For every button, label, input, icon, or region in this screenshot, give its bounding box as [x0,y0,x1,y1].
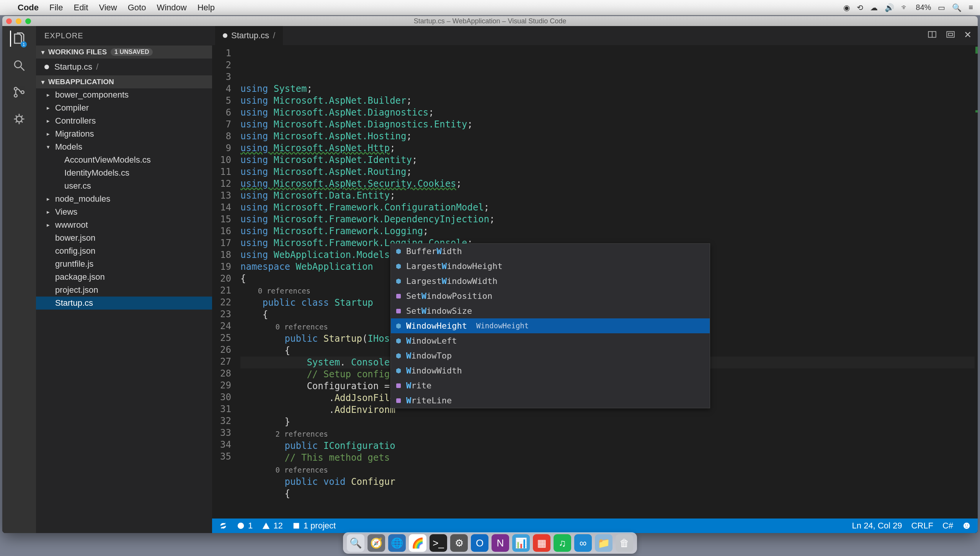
status-feedback-icon[interactable] [962,522,971,530]
dock-app-icon[interactable]: >_ [430,534,447,552]
autocomplete-item[interactable]: WindowWidth [391,363,710,378]
window-titlebar[interactable]: Startup.cs – WebApplication – Visual Stu… [2,16,978,26]
code-line[interactable]: using Microsoft.AspNet.Hosting; [240,130,978,142]
tree-file[interactable]: config.json [36,245,212,258]
dock-app-icon[interactable]: O [471,534,488,552]
close-window-button[interactable] [6,18,12,24]
dock-app-icon[interactable]: 🔍 [347,534,364,552]
status-sync[interactable] [219,522,227,530]
tree-file[interactable]: Startup.cs [36,297,212,310]
tree-file[interactable]: user.cs [36,179,212,192]
tree-file[interactable]: AccountViewModels.cs [36,153,212,166]
autocomplete-item[interactable]: SetWindowPosition [391,289,710,303]
code-line[interactable]: using Microsoft.AspNet.Diagnostics.Entit… [240,119,978,130]
status-cursor-position[interactable]: Ln 24, Col 29 [852,521,902,531]
zoom-window-button[interactable] [25,18,31,24]
dock-app-icon[interactable]: 🗑 [616,534,633,552]
git-activity-icon[interactable] [11,84,27,100]
tree-file[interactable]: gruntfile.js [36,258,212,271]
search-activity-icon[interactable] [11,57,27,73]
dock-app-icon[interactable]: 🌈 [409,534,426,552]
tree-file[interactable]: IdentityModels.cs [36,166,212,179]
spotlight-icon[interactable]: 🔍 [952,3,962,12]
tree-file[interactable]: bower.json [36,232,212,245]
tree-folder[interactable]: ▸Controllers [36,114,212,127]
code-line[interactable]: using Microsoft.AspNet.Security.Cookies; [240,178,978,190]
dock-app-icon[interactable]: 📁 [595,534,612,552]
dock-app-icon[interactable]: ⚙ [450,534,468,552]
autocomplete-item[interactable]: WindowLeft [391,333,710,348]
project-header[interactable]: ▾ WEBAPPLICATION [36,75,212,88]
dock-app-icon[interactable]: ♫ [554,534,571,552]
menu-window[interactable]: Window [157,3,186,13]
code-content[interactable]: using System; using Microsoft.AspNet.Bui… [236,45,978,518]
code-line[interactable]: public void Configur [240,476,978,488]
minimize-window-button[interactable] [16,18,21,24]
tree-folder[interactable]: ▸Views [36,205,212,218]
menu-edit[interactable]: Edit [74,3,88,13]
status-projects[interactable]: 1 project [292,521,336,531]
code-line[interactable]: { [240,488,978,500]
autocomplete-item[interactable]: WindowTop [391,348,710,363]
autocomplete-item[interactable]: BufferWidth [391,244,710,259]
tree-file[interactable]: project.json [36,284,212,297]
dock-app-icon[interactable]: 📊 [512,534,530,552]
split-editor-icon[interactable] [927,29,937,42]
code-line[interactable]: using Microsoft.AspNet.Diagnostics; [240,107,978,119]
debug-activity-icon[interactable] [11,111,27,127]
app-name-menu[interactable]: Code [18,3,39,13]
working-files-header[interactable]: ▾ WORKING FILES 1 UNSAVED [36,46,212,59]
more-actions-icon[interactable] [946,29,956,42]
code-line[interactable]: } [240,416,978,428]
code-line[interactable]: using Microsoft.AspNet.Http; [240,142,978,154]
status-errors[interactable]: 1 [237,521,253,531]
code-line[interactable]: using Microsoft.AspNet.Identity; [240,154,978,166]
autocomplete-item[interactable]: LargestWindowHeight [391,259,710,274]
autocomplete-item[interactable]: LargestWindowWidth [391,274,710,289]
code-line[interactable]: using Microsoft.AspNet.Builder; [240,95,978,107]
location-icon[interactable]: ◉ [843,3,850,12]
dock-app-icon[interactable]: ∞ [574,534,592,552]
menu-view[interactable]: View [99,3,117,13]
dock-app-icon[interactable]: 🧭 [368,534,385,552]
code-line[interactable]: using Microsoft.AspNet.Routing; [240,166,978,178]
autocomplete-popup[interactable]: BufferWidthLargestWindowHeightLargestWin… [390,243,710,408]
status-eol[interactable]: CRLF [911,521,933,531]
cloud-icon[interactable]: ☁ [870,3,878,12]
menu-file[interactable]: File [49,3,63,13]
code-line[interactable]: 2 references [240,428,978,440]
tree-folder[interactable]: ▸bower_components [36,88,212,101]
minimap-scrollbar[interactable] [975,45,978,518]
wifi-icon[interactable]: ᯤ [901,3,909,12]
code-line[interactable]: // This method gets [240,452,978,464]
explorer-activity-icon[interactable]: 1 [10,31,26,47]
macos-dock[interactable]: 🔍🧭🌐🌈>_⚙ON📊▦♫∞📁🗑 [343,532,637,554]
status-warnings[interactable]: 12 [262,521,283,531]
tree-folder[interactable]: ▸Migrations [36,127,212,140]
battery-icon[interactable]: ▭ [938,3,945,12]
autocomplete-item[interactable]: Write [391,378,710,393]
editor-tab[interactable]: Startup.cs / [215,26,283,45]
code-line[interactable]: using System; [240,83,978,95]
code-line[interactable]: using Microsoft.Framework.Logging; [240,225,978,237]
autocomplete-item[interactable]: WriteLine [391,393,710,408]
tree-folder[interactable]: ▾Models [36,140,212,153]
autocomplete-item[interactable]: SetWindowSize [391,303,710,318]
volume-icon[interactable]: 🔊 [885,3,894,12]
sync-icon[interactable]: ⟲ [857,3,863,12]
menu-extras-icon[interactable]: ≡ [969,3,973,12]
dock-app-icon[interactable]: 🌐 [388,534,406,552]
close-editor-icon[interactable]: ✕ [964,29,972,42]
menu-goto[interactable]: Goto [128,3,146,13]
dock-app-icon[interactable]: ▦ [533,534,550,552]
dock-app-icon[interactable]: N [492,534,509,552]
code-line[interactable]: using Microsoft.Framework.DependencyInje… [240,214,978,225]
code-editor[interactable]: 1234567891011121314151617181920212223242… [212,45,978,518]
tree-folder[interactable]: ▸Compiler [36,101,212,114]
code-line[interactable]: using Microsoft.Data.Entity; [240,190,978,202]
status-language[interactable]: C# [942,521,953,531]
code-line[interactable]: using Microsoft.Framework.ConfigurationM… [240,202,978,214]
tree-folder[interactable]: ▸wwwroot [36,218,212,232]
tree-folder[interactable]: ▸node_modules [36,192,212,205]
menu-help[interactable]: Help [198,3,215,13]
